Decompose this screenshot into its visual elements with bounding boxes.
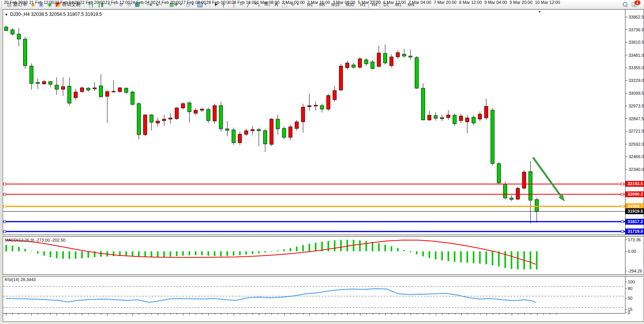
x-axis-label-6: 24 Feb 20:00 <box>155 0 181 5</box>
hline-handle[interactable] <box>621 230 624 233</box>
y-axis-tick-label: 32973.5 <box>629 104 644 108</box>
price-badge-32193.5: 32193.5 <box>625 181 644 187</box>
macd-label: MACD(12,26,9) -273.00 -202.50 <box>5 238 65 242</box>
macd-splitter[interactable] <box>3 235 643 237</box>
rsi-scale-label: 50 <box>628 296 632 300</box>
y-axis-tick-label: 33736.5 <box>629 27 644 32</box>
x-axis-label-9: 28 Feb 16:00 <box>231 0 256 5</box>
rsi-line <box>6 289 536 303</box>
chevron-down-icon: ▼ <box>5 13 8 17</box>
x-axis-label-18: 8 Mar 12:00 <box>459 0 482 5</box>
macd-scale-label: 173.36 <box>628 237 641 242</box>
trading-app-window: { "toolbar": { "new_order_label": "新订单",… <box>0 0 644 324</box>
price-badge-31919.5: 31919.5 <box>625 208 644 214</box>
y-axis-tick-label: 33610.5 <box>629 40 644 44</box>
x-axis-label-16: 7 Mar 04:00 <box>408 0 431 5</box>
y-axis-tick-label: 33481.0 <box>629 53 644 58</box>
hline-handle[interactable] <box>3 205 6 208</box>
rsi-scale-label: 0 <box>628 310 630 315</box>
price-badge-31719.0: 31719.0 <box>625 229 644 234</box>
x-axis-label-1: 21 Feb 12:00 <box>29 0 54 5</box>
x-axis-label-12: 2 Mar 16:00 <box>307 0 330 5</box>
hline-handle[interactable] <box>3 193 6 196</box>
x-axis-label-14: 5 Mar 23:00 <box>358 0 381 5</box>
hline-handle[interactable] <box>3 183 6 185</box>
hline-handle[interactable] <box>621 183 624 185</box>
chart-title: ▼DJ30-,H4 32038.5 32054.5 31807.5 31919.… <box>5 12 102 17</box>
rsi-scale-label: 80 <box>628 286 632 291</box>
x-axis-label-10: 1 Mar 08:00 <box>257 0 280 5</box>
price-badge-32090.3: 32090.3 <box>625 191 644 197</box>
x-axis-label-0: 20 Feb 2023 <box>4 0 28 5</box>
x-axis-label-15: 6 Mar 12:00 <box>383 0 406 5</box>
macd-signal-line <box>6 240 536 264</box>
y-axis-tick-label: 33229.0 <box>629 78 644 83</box>
hline-handle[interactable] <box>621 193 624 196</box>
price-axis-border <box>625 9 625 313</box>
x-axis-label-13: 3 Mar 08:00 <box>333 0 355 5</box>
x-axis-label-21: 10 Mar 12:00 <box>535 0 560 5</box>
x-axis-label-20: 9 Mar 20:00 <box>510 0 533 5</box>
y-axis-tick-label: 33862.5 <box>629 15 644 19</box>
x-axis-label-7: 27 Feb 08:00 <box>181 0 206 5</box>
macd-scale-label: 0.00 <box>628 249 636 254</box>
price-badge-31817.2: 31817.2 <box>625 219 644 225</box>
x-axis-label-4: 23 Feb 12:00 <box>105 0 130 5</box>
hline-handle[interactable] <box>3 220 6 223</box>
x-axis-label-11: 2 Mar 00:00 <box>282 0 305 5</box>
y-axis-tick-label: 32721.5 <box>629 129 644 133</box>
x-axis-label-5: 24 Feb 04:00 <box>130 0 155 5</box>
macd-scale-label: -294.26 <box>628 269 642 273</box>
rsi-label: RSI(14) 28.3443 <box>5 277 36 282</box>
trend-arrow[interactable] <box>533 157 560 196</box>
rsi-splitter[interactable] <box>3 275 643 276</box>
y-axis-tick-label: 32466.0 <box>629 154 644 159</box>
hline-handle[interactable] <box>621 220 624 223</box>
hline-handle[interactable] <box>621 205 624 208</box>
x-axis-label-8: 28 Feb 00:00 <box>206 0 231 5</box>
x-axis-label-17: 7 Mar 20:00 <box>434 0 456 5</box>
candlestick-series <box>5 26 539 223</box>
x-axis-label-3: 22 Feb 20:00 <box>80 0 105 5</box>
y-axis-tick-label: 33099.5 <box>629 91 644 95</box>
x-axis-label-2: 22 Feb 04:00 <box>55 0 80 5</box>
x-axis-label-19: 9 Mar 04:00 <box>484 0 507 5</box>
rsi-scale-label: 100 <box>628 280 635 284</box>
hline-handle[interactable] <box>3 230 6 233</box>
y-axis-tick-label: 32340.0 <box>629 167 644 172</box>
y-axis-tick-label: 32592.0 <box>629 142 644 147</box>
auto-scroll-marker-icon[interactable]: ▼ <box>538 10 541 14</box>
y-axis-tick-label: 32847.5 <box>629 116 644 121</box>
y-axis-tick-label: 33355.0 <box>629 65 644 70</box>
